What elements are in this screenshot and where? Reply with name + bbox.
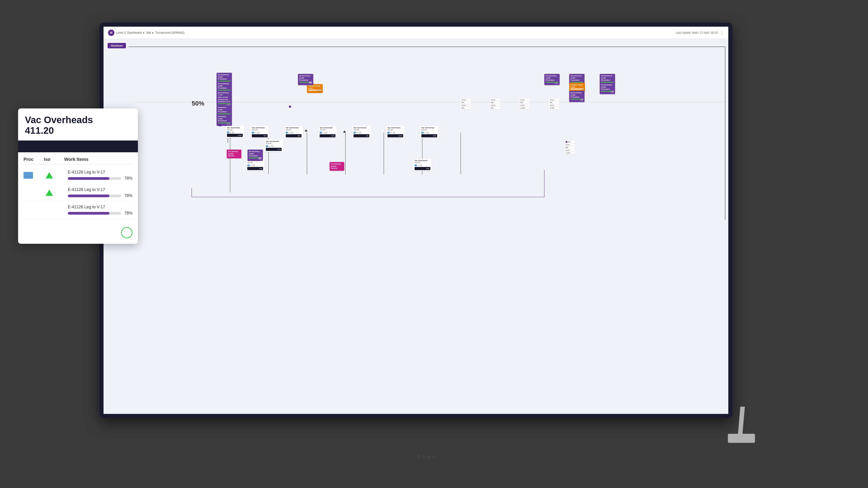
progress-pct-1: 78% [123, 176, 132, 181]
progress-bg-1 [68, 177, 121, 180]
app-logo: M [108, 30, 114, 36]
dash-icon: — [424, 131, 426, 134]
progress-pct-3: 78% [123, 211, 132, 216]
breadcrumb-site: Site [146, 31, 151, 34]
status-circle [253, 164, 255, 166]
popup-footer [18, 223, 138, 244]
iso-cell-1 [46, 172, 66, 178]
proc-square-1 [24, 172, 33, 179]
work-item-label-1: E-41126 Leg to V-17 [68, 170, 132, 175]
proc-icon [252, 132, 254, 133]
status-circle [257, 132, 259, 133]
dash-icon: — [322, 131, 324, 134]
status-circle [420, 164, 422, 166]
vac-card-1[interactable]: Vac Overheads 411.20 ✏ 100% [225, 126, 244, 138]
mini-group-1: 411.23 50% 411.23 50% [461, 99, 471, 109]
shutdown-node: Shutdown [107, 43, 126, 48]
tv-screen: M Level 2: Dashboard ▸ Site ▸ Turnaround… [99, 23, 733, 418]
status-circle [427, 132, 429, 133]
proc-node-r1[interactable]: De-Inventory LVDD Procedure 100% [544, 74, 560, 85]
orange-node-1[interactable]: Caution Temp Lines 59% [307, 84, 323, 93]
popup-table-header: Proc Iso Work Items [24, 157, 132, 164]
app-header: M Level 2: Dashboard ▸ Site ▸ Turnaround… [103, 27, 728, 39]
popup-dark-bar [18, 140, 138, 152]
status-circle [232, 131, 234, 133]
tv-stand-base [728, 434, 755, 443]
work-item-progress-1: 78% [68, 176, 132, 181]
vac-card-bot2[interactable]: Vac Overheads 411.20 — 50% [413, 159, 432, 171]
work-item-label-2: E-41126 Leg to V-17 [68, 187, 132, 192]
col-iso: Iso [44, 157, 64, 162]
pct-50-label: 50% [192, 100, 204, 107]
vac-card-4[interactable]: Vac Overheads 411.20 — 50% [318, 126, 337, 138]
proc-icon [227, 131, 229, 133]
tv-stand-neck [738, 407, 745, 434]
status-circle [272, 145, 273, 147]
pink-node-2[interactable]: Pre-Startup Safety Review [330, 162, 344, 171]
status-circle [325, 132, 327, 133]
proc-node-4[interactable]: Alloc of AIT Sensors De-Inventory V-17 1… [217, 95, 232, 107]
dash-icon: — [356, 131, 359, 134]
dash-icon: — [269, 145, 271, 147]
proc-icon [414, 164, 417, 166]
vac-card-5[interactable]: Vac Overheads 411.20 — 0% [352, 126, 371, 138]
popup-id: 411.20 [25, 125, 131, 136]
proc-cell-1 [24, 172, 44, 179]
iso-cell-2 [46, 190, 66, 196]
popup-card: Vac Overheads 411.20 Proc Iso Work Items… [18, 108, 138, 244]
svg-marker-14 [305, 129, 307, 131]
work-item-progress-3: 78% [68, 211, 132, 216]
iso-triangle-2 [46, 190, 53, 196]
vac-card-7[interactable]: Vac Overheads 411.20 — 50% [420, 126, 438, 138]
progress-fill-2 [68, 195, 110, 197]
tv-monitor: M Level 2: Dashboard ▸ Site ▸ Turnaround… [99, 23, 755, 452]
pink-node-1[interactable]: Pre-Startup Safety Review [227, 150, 241, 158]
circle-button[interactable] [121, 227, 132, 238]
breadcrumb-turnaround: Turnaround (SPRING) [155, 31, 184, 34]
table-row: E-41126 Leg to V-17 78% [24, 167, 132, 184]
popup-table: Proc Iso Work Items E-41126 Leg to V-17 … [18, 152, 138, 223]
breadcrumb-sep2: ▸ [152, 31, 154, 34]
progress-bg-3 [68, 212, 121, 215]
proc-icon [266, 145, 268, 147]
vac-card-mid[interactable]: Vac Overheads 411.20 — 75% [265, 139, 283, 152]
table-row: E-41126 Leg to V-17 78% [24, 201, 132, 219]
work-item-cell-1: E-41126 Leg to V-17 78% [68, 170, 132, 181]
proc-node-m1[interactable]: De-Inventory LVDD Procedure 79% [298, 74, 313, 85]
dot-node-1 [219, 124, 221, 126]
col-work-items: Work Items [64, 157, 132, 162]
vac-card-3[interactable]: Vac Overheads 411.20 — 50% [284, 126, 303, 138]
work-item-cell-3: E-41126 Leg to V-17 78% [68, 205, 132, 216]
proc-icon [286, 132, 288, 133]
vac-card-6[interactable]: Vac Overheads 411.20 — 100% [386, 126, 405, 138]
proc-node-di1[interactable]: De-Inventory LVDD Procedure 79% [248, 150, 263, 161]
work-item-cell-2: E-41126 Leg to V-17 78% [68, 187, 132, 198]
dot-node-2 [289, 105, 291, 108]
mini-group-3: 411.23 59% 411.23 ▲50% [520, 99, 530, 109]
diagram-connections [103, 39, 728, 414]
proc-icon [320, 132, 322, 133]
proc-icon [247, 164, 250, 166]
proc-node-fr2[interactable]: De-Inventory LVDD Procedure 90% [600, 83, 615, 94]
menu-button[interactable]: ⋮ [720, 30, 724, 35]
last-update: Last Update: Wed / 17 April / 05:25 [676, 31, 718, 34]
work-item-label-3: E-41126 Leg to V-17 [68, 205, 132, 209]
dash-icon: — [417, 164, 420, 166]
vac-card-2[interactable]: Vac Overheads 411.20 — 50% [250, 126, 269, 138]
iso-triangle-1 [46, 172, 53, 178]
dash-icon: — [255, 131, 257, 134]
proc-icon [353, 132, 356, 133]
progress-pct-2: 78% [123, 193, 132, 198]
status-circle [359, 132, 361, 133]
proc-node-r3[interactable]: De-Inventory LVDD Procedure 90% [569, 91, 585, 102]
dash-icon: — [250, 164, 252, 166]
pencil-icon: ✏ [230, 131, 231, 133]
status-circle [291, 132, 293, 133]
proc-icon [388, 132, 390, 133]
svg-marker-15 [343, 130, 346, 133]
mini-group-4: 411.23 59% 411.23 ▲50% [549, 99, 559, 109]
col-proc: Proc [24, 157, 44, 162]
mini-group-r1: 59% 411.23 50% 411.23 ▲50% [565, 140, 575, 155]
table-row: E-41126 Leg to V-17 78% [24, 184, 132, 201]
breadcrumb-level: Level 2: Dashboard [116, 31, 142, 34]
